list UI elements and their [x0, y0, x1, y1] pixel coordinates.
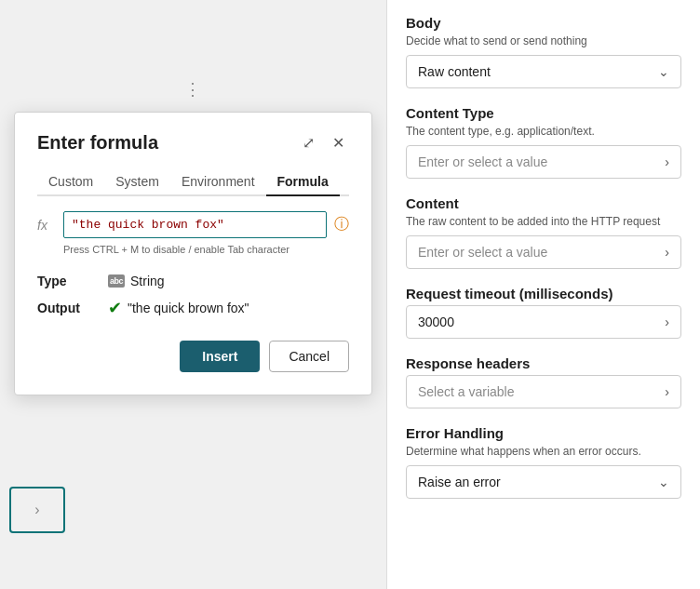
body-title: Body — [406, 15, 681, 31]
error-handling-value: Raise an error — [418, 475, 501, 489]
formula-tabs: Custom System Environment Formula — [37, 168, 349, 196]
type-label: Type — [37, 274, 93, 288]
request-timeout-input[interactable]: 30000 › — [406, 305, 681, 339]
body-dropdown-chevron: ⌄ — [658, 64, 669, 79]
tab-formula[interactable]: Formula — [266, 168, 340, 196]
formula-hint: Press CTRL + M to disable / enable Tab c… — [63, 244, 349, 255]
content-input[interactable]: Enter or select a value › — [406, 235, 681, 269]
error-handling-dropdown[interactable]: Raise an error ⌄ — [406, 465, 681, 499]
output-label: Output — [37, 301, 93, 315]
body-dropdown-value: Raw content — [418, 64, 491, 79]
response-headers-chevron: › — [665, 384, 669, 399]
request-timeout-chevron: › — [665, 315, 669, 329]
output-row: Output ✔ "the quick brown fox" — [37, 298, 349, 318]
content-type-chevron: › — [665, 154, 669, 169]
content-title: Content — [406, 195, 681, 211]
error-handling-subtitle: Determine what happens when an error occ… — [406, 445, 681, 458]
content-type-subtitle: The content type, e.g. application/text. — [406, 125, 681, 138]
tab-custom[interactable]: Custom — [37, 168, 104, 196]
response-headers-input[interactable]: Select a variable › — [406, 375, 681, 408]
output-text: "the quick brown fox" — [128, 301, 249, 315]
content-section: Content The raw content to be added into… — [406, 195, 681, 269]
output-value: ✔ "the quick brown fox" — [108, 298, 249, 318]
close-icon[interactable]: ✕ — [327, 131, 349, 154]
tab-environment[interactable]: Environment — [170, 168, 266, 196]
check-icon: ✔ — [108, 298, 122, 318]
error-handling-chevron: ⌄ — [658, 475, 669, 489]
type-text: String — [130, 274, 165, 288]
fx-label: fx — [37, 218, 56, 233]
type-value: abc String — [108, 274, 165, 288]
content-chevron: › — [665, 245, 669, 260]
body-section: Body Decide what to send or send nothing… — [406, 15, 681, 88]
right-panel: Body Decide what to send or send nothing… — [386, 0, 700, 589]
error-handling-section: Error Handling Determine what happens wh… — [406, 425, 681, 499]
content-type-placeholder: Enter or select a value — [418, 154, 547, 169]
content-type-title: Content Type — [406, 105, 681, 121]
response-headers-title: Response headers — [406, 355, 681, 371]
response-headers-placeholder: Select a variable — [418, 384, 515, 399]
body-subtitle: Decide what to send or send nothing — [406, 34, 681, 47]
tab-system[interactable]: System — [104, 168, 170, 196]
dialog-title: Enter formula — [37, 132, 158, 154]
type-row: Type abc String — [37, 274, 349, 288]
request-timeout-section: Request timeout (milliseconds) 30000 › — [406, 286, 681, 339]
insert-button[interactable]: Insert — [180, 341, 260, 372]
enter-formula-dialog: Enter formula ⤢ ✕ Custom System Environm… — [14, 112, 372, 395]
request-timeout-title: Request timeout (milliseconds) — [406, 286, 681, 301]
request-timeout-value: 30000 — [418, 315, 454, 329]
dialog-header: Enter formula ⤢ ✕ — [37, 131, 349, 154]
info-icon[interactable]: ⓘ — [334, 215, 349, 234]
dialog-footer: Insert Cancel — [37, 341, 349, 372]
dialog-header-icons: ⤢ ✕ — [297, 131, 349, 154]
cancel-button[interactable]: Cancel — [269, 341, 349, 372]
string-type-icon: abc — [108, 274, 125, 288]
content-subtitle: The raw content to be added into the HTT… — [406, 215, 681, 228]
formula-input-row: fx ⓘ — [37, 211, 349, 238]
content-type-input[interactable]: Enter or select a value › — [406, 145, 681, 179]
body-dropdown[interactable]: Raw content ⌄ — [406, 55, 681, 88]
content-type-section: Content Type The content type, e.g. appl… — [406, 105, 681, 179]
expand-icon[interactable]: ⤢ — [297, 131, 319, 154]
content-placeholder: Enter or select a value — [418, 245, 547, 260]
error-handling-title: Error Handling — [406, 425, 681, 441]
formula-input[interactable] — [63, 211, 327, 238]
response-headers-section: Response headers Select a variable › — [406, 355, 681, 408]
